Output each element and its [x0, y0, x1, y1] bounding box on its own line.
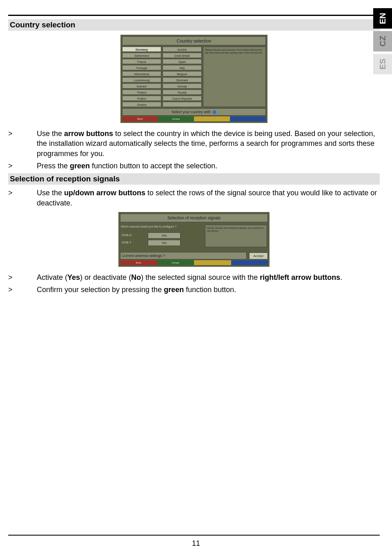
screenshot1-footer: Select your country with [122, 108, 266, 116]
screenshot-country-selection: Country selection Germany Switzerland Fr… [120, 35, 267, 123]
colorbar-green: Accept [157, 260, 194, 265]
colorbar-green: Accept [158, 116, 194, 121]
instruction-text: Press the green function button to accep… [37, 161, 380, 171]
bullet-marker: > [8, 272, 37, 282]
instruction-text: Use the arrow buttons to select the coun… [37, 129, 380, 159]
instruction-row: >Use the up/down arrow buttons to select… [8, 188, 380, 208]
lang-tab-cz[interactable]: CZ [373, 31, 392, 51]
country-cell: Denmark [163, 77, 202, 83]
bullet-marker: > [8, 161, 37, 171]
section-heading-reception: Selection of reception signals [8, 173, 380, 185]
bullet-marker: > [8, 285, 37, 295]
signal-row: DVB-S Yes [121, 232, 203, 239]
blue-dot-icon [213, 110, 216, 114]
country-cell: Belgium [163, 71, 202, 76]
country-cell: Greece [122, 102, 161, 107]
lang-tab-es[interactable]: ES [373, 54, 392, 74]
country-cell: Russia [163, 89, 202, 95]
country-cell: Luxembourg [122, 77, 161, 83]
language-tabs: EN CZ ES [373, 8, 392, 77]
screenshot1-col1: Germany Switzerland France Portugal Neth… [122, 47, 161, 107]
color-bar: Back Accept [120, 260, 268, 265]
bullet-marker: > [8, 188, 37, 208]
color-bar: Back Accept [122, 116, 266, 121]
country-cell [163, 102, 202, 107]
country-cell: Great Britain [163, 53, 202, 58]
colorbar-yellow [194, 260, 231, 265]
country-cell: Switzerland [122, 53, 161, 58]
screenshot1-footer-text: Select your country with [172, 110, 211, 114]
instruction-text: Confirm your selection by pressing the g… [37, 285, 380, 295]
country-cell: Portugal [122, 65, 161, 70]
country-cell: France [122, 59, 161, 64]
lang-tab-en[interactable]: EN [373, 8, 392, 29]
country-cell: Finland [122, 89, 161, 95]
screenshot-reception-signals: Selection of reception signals Which sou… [118, 212, 270, 267]
instruction-row: >Confirm your selection by pressing the … [8, 285, 380, 295]
colorbar-red: Back [122, 116, 158, 121]
colorbar-blue [230, 116, 266, 121]
screenshot1-title: Country selection [122, 36, 266, 45]
bullet-marker: > [8, 129, 37, 159]
bottom-horizontal-rule [8, 535, 380, 536]
country-cell: Italy [163, 65, 202, 70]
country-cell: Netherlands [122, 71, 161, 76]
screenshot2-hint: Please choose the reception signals, you… [205, 225, 267, 247]
section-heading-country: Country selection [8, 19, 380, 31]
country-cell: Poland [122, 96, 161, 101]
country-cell: Germany [122, 47, 161, 52]
signal-label: DVB-S [121, 232, 145, 239]
colorbar-red: Back [120, 260, 157, 265]
signal-label: DVB-T [121, 240, 145, 246]
screenshot1-hint: Please choose your country. Your choice … [203, 47, 266, 107]
screenshot2-title: Selection of reception signals [120, 214, 268, 222]
signal-row: DVB-T Yes [121, 240, 203, 246]
signal-value: Yes [148, 240, 180, 246]
signal-value: Yes [148, 232, 180, 239]
colorbar-blue [231, 260, 268, 265]
instruction-text: Activate (Yes) or deactivate (No) the se… [37, 272, 380, 282]
country-cell: Austria [163, 47, 202, 52]
top-horizontal-rule [8, 15, 380, 16]
screenshot2-footer-text: Current antenna settings ? [120, 252, 247, 259]
country-cell: Spain [163, 59, 202, 64]
instruction-row: >Use the arrow buttons to select the cou… [8, 129, 380, 159]
screenshot2-question: Which sources would you like to configur… [121, 225, 203, 228]
screenshot1-col2: Austria Great Britain Spain Italy Belgiu… [163, 47, 202, 107]
page-number: 11 [0, 539, 392, 548]
colorbar-yellow [194, 116, 230, 121]
screenshot2-accept-button: Accept [249, 252, 268, 259]
country-cell: Norway [163, 83, 202, 89]
country-cell: Sweden [122, 83, 161, 89]
country-cell: Czech Republic [163, 96, 202, 101]
instruction-row: >Activate (Yes) or deactivate (No) the s… [8, 272, 380, 282]
instruction-text: Use the up/down arrow buttons to select … [37, 188, 380, 208]
instruction-row: >Press the green function button to acce… [8, 161, 380, 171]
